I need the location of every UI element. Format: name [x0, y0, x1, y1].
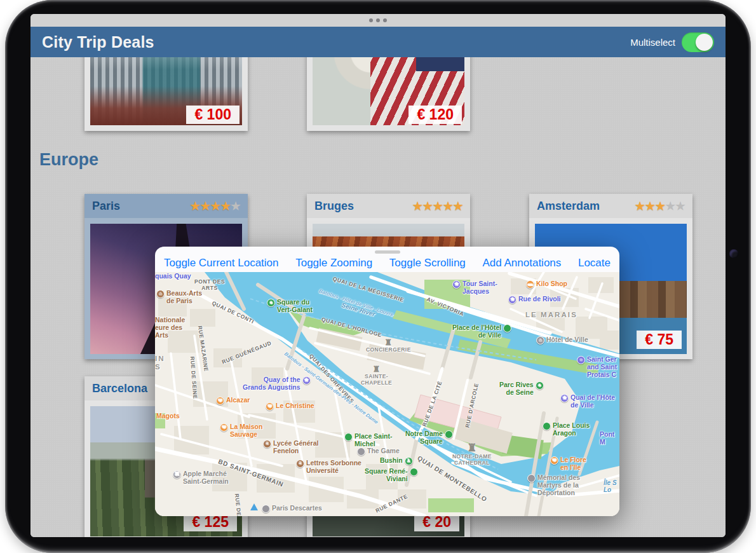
- map-popup: Toggle Current Location Toggle Zooming T…: [155, 247, 619, 515]
- front-camera: [729, 249, 738, 258]
- city-name: Bruges: [314, 200, 354, 213]
- drag-handle[interactable]: [375, 250, 400, 254]
- app-title: City Trip Deals: [42, 33, 154, 51]
- locate-button[interactable]: Locate: [578, 257, 611, 270]
- city-name: Paris: [92, 200, 120, 213]
- toggle-zooming-button[interactable]: Toggle Zooming: [295, 257, 372, 270]
- section-title-europe: Europe: [39, 150, 98, 170]
- star-rating: ★★★★★: [634, 200, 685, 212]
- toggle-scrolling-button[interactable]: Toggle Scrolling: [389, 257, 466, 270]
- map-canvas: [155, 272, 619, 516]
- map-toolbar: Toggle Current Location Toggle Zooming T…: [155, 255, 619, 271]
- toggle-current-location-button[interactable]: Toggle Current Location: [164, 257, 279, 270]
- card-header: Paris ★★★★★: [84, 194, 248, 218]
- city-name: Barcelona: [92, 382, 147, 395]
- price-label: € 120: [408, 106, 462, 124]
- price-label: € 75: [637, 331, 682, 349]
- card-header: Amsterdam ★★★★★: [529, 194, 692, 218]
- screen: € 100 € 120 Europe Paris ★★★★★ Bruges ★★…: [30, 14, 726, 537]
- star-rating: ★★★★★: [189, 200, 240, 212]
- navigation-bar: City Trip Deals Multiselect: [30, 27, 726, 57]
- city-name: Amsterdam: [537, 200, 600, 213]
- multiselect-label: Multiselect: [630, 37, 675, 48]
- card-header: Bruges ★★★★★: [307, 194, 470, 218]
- toggle-knob: [696, 34, 713, 51]
- star-rating: ★★★★★: [412, 200, 462, 212]
- multiselect-toggle[interactable]: [682, 32, 714, 52]
- price-label: € 100: [186, 106, 240, 124]
- map-view[interactable]: quais QuayPONT DES ARTSQUAI DE LA MÉGISS…: [155, 272, 619, 516]
- add-annotations-button[interactable]: Add Annotations: [482, 257, 561, 270]
- multitasking-dots-icon[interactable]: [30, 14, 726, 27]
